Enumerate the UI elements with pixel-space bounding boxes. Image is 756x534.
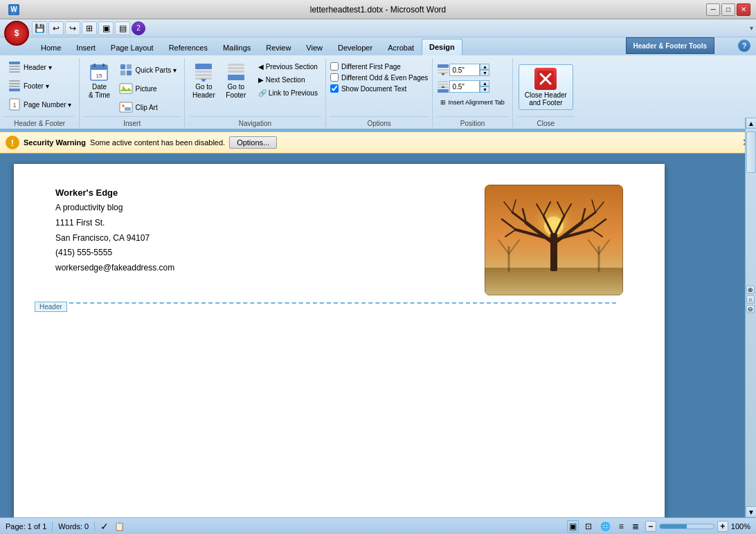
page-number-button[interactable]: 1 Page Number ▾: [4, 95, 75, 113]
svg-rect-18: [127, 71, 132, 75]
page-number-icon: 1: [8, 98, 21, 111]
proofing-icon[interactable]: ✓: [100, 521, 109, 532]
undo-quick-btn[interactable]: ↩: [48, 21, 64, 35]
picture-button[interactable]: Picture: [116, 80, 179, 98]
ribbon-group-insert: 15 Date& Time: [80, 58, 184, 127]
svg-rect-1: [9, 66, 20, 67]
header-pos-down[interactable]: ▼: [480, 70, 489, 76]
office-button[interactable]: $: [4, 21, 29, 46]
close-header-footer-button[interactable]: Close Headerand Footer: [519, 64, 573, 110]
tree-image-svg: [485, 185, 623, 295]
svg-rect-35: [438, 72, 449, 73]
doc-view-draft[interactable]: ≣: [630, 520, 641, 533]
tab-developer[interactable]: Developer: [330, 40, 380, 55]
quick-parts-button[interactable]: Quick Parts ▾: [116, 61, 179, 79]
company-city: San Francisco, CA 94107: [55, 231, 174, 246]
go-to-header-button[interactable]: Go toHeader: [189, 58, 219, 102]
scroll-icon3[interactable]: ⊖: [746, 305, 755, 313]
tab-view[interactable]: View: [298, 40, 330, 55]
doc-view-print[interactable]: ▣: [567, 520, 579, 533]
tab-review[interactable]: Review: [258, 40, 298, 55]
tab-home[interactable]: Home: [33, 40, 69, 55]
company-phone: (415) 555-5555: [55, 246, 174, 261]
go-to-footer-icon: [225, 61, 247, 83]
zoom-slider[interactable]: [659, 524, 714, 529]
svg-rect-6: [9, 86, 20, 87]
ribbon-group-header-footer: Header ▾ Footer ▾: [0, 58, 80, 127]
scroll-icon1[interactable]: ⊕: [746, 286, 755, 294]
next-section-button[interactable]: ▶ Next Section: [255, 74, 321, 86]
svg-rect-37: [438, 81, 449, 82]
redo-quick-btn[interactable]: ↪: [65, 21, 80, 35]
scrollbar-thumb[interactable]: [746, 154, 756, 173]
link-icon: 🔗: [258, 89, 267, 97]
footer-icon: [8, 79, 21, 93]
tab-insert[interactable]: Insert: [69, 40, 103, 55]
tab-design[interactable]: Design: [422, 39, 462, 55]
svg-rect-16: [127, 64, 132, 69]
footer-pos-down[interactable]: ▼: [480, 86, 489, 93]
clip-art-button[interactable]: Clip Art: [116, 98, 179, 116]
date-time-button[interactable]: 15 Date& Time: [84, 58, 114, 102]
svg-rect-7: [9, 89, 20, 91]
qa-btn6[interactable]: ▤: [115, 21, 130, 35]
tab-mailings[interactable]: Mailings: [215, 40, 258, 55]
zoom-controls: − + 100%: [645, 521, 750, 532]
security-options-button[interactable]: Options...: [229, 136, 277, 149]
svg-rect-5: [9, 83, 20, 84]
different-first-page-checkbox[interactable]: [330, 62, 339, 71]
page-status: Page: 1 of 1: [6, 522, 46, 531]
scroll-down-button[interactable]: ▼: [746, 506, 756, 517]
ribbon-group-options: Different First Page Different Odd & Eve…: [326, 58, 433, 127]
minimize-button[interactable]: ─: [706, 3, 720, 16]
show-document-text-checkbox[interactable]: [330, 84, 339, 93]
tab-page-layout[interactable]: Page Layout: [103, 40, 161, 55]
company-tagline: A productivity blog: [55, 201, 174, 216]
zoom-out-button[interactable]: −: [645, 521, 656, 532]
track-changes-icon[interactable]: 📋: [114, 522, 125, 531]
save-quick-btn[interactable]: 💾: [32, 21, 47, 35]
header-label-tag: Header: [35, 302, 67, 312]
different-odd-even-checkbox[interactable]: [330, 73, 339, 82]
restore-button[interactable]: □: [721, 3, 735, 16]
svg-rect-13: [102, 64, 105, 67]
link-to-previous-button[interactable]: 🔗 Link to Previous: [255, 87, 321, 99]
footer-button[interactable]: Footer ▾: [4, 77, 75, 95]
header-divider-area: Header: [35, 302, 644, 304]
show-document-text-option[interactable]: Show Document Text: [330, 84, 406, 93]
different-odd-even-label: Different Odd & Even Pages: [341, 74, 428, 82]
qa-btn7[interactable]: 2: [132, 21, 145, 35]
svg-rect-0: [9, 62, 20, 64]
qa-btn5[interactable]: ▣: [98, 21, 114, 35]
scroll-icon2[interactable]: ○: [746, 295, 755, 304]
svg-rect-25: [195, 71, 212, 73]
doc-view-outline[interactable]: ≡: [617, 520, 626, 533]
go-to-footer-button[interactable]: Go toFooter: [222, 58, 251, 102]
tab-references[interactable]: References: [161, 40, 215, 55]
header-position-input[interactable]: [449, 64, 480, 76]
doc-view-full[interactable]: ⊡: [583, 520, 594, 533]
tab-acrobat[interactable]: Acrobat: [380, 40, 422, 55]
svg-rect-19: [120, 84, 132, 93]
close-button[interactable]: ✕: [737, 3, 750, 16]
close-header-footer-icon: [534, 68, 557, 90]
different-first-page-option[interactable]: Different First Page: [330, 62, 401, 71]
doc-view-web[interactable]: 🌐: [598, 520, 613, 533]
previous-section-button[interactable]: ◀ Previous Section: [255, 61, 321, 73]
zoom-in-button[interactable]: +: [717, 521, 728, 532]
qa-btn4[interactable]: ⊞: [82, 21, 97, 35]
svg-rect-12: [93, 64, 96, 67]
footer-pos-up[interactable]: ▲: [480, 80, 489, 86]
quick-access-toolbar: 💾 ↩ ↪ ⊞ ▣ ▤ 2 ▾: [0, 19, 756, 37]
go-to-header-icon: [192, 61, 215, 83]
footer-position-input[interactable]: [449, 80, 480, 93]
header-button[interactable]: Header ▾: [4, 58, 75, 76]
different-odd-even-option[interactable]: Different Odd & Even Pages: [330, 73, 428, 82]
clip-art-icon: [119, 100, 133, 114]
help-button[interactable]: ?: [738, 39, 750, 52]
go-to-footer-label: Go toFooter: [226, 83, 246, 100]
insert-alignment-tab-button[interactable]: ⊞ Insert Alignment Tab: [437, 97, 507, 108]
svg-rect-3: [9, 71, 20, 73]
header-pos-up[interactable]: ▲: [480, 64, 489, 70]
svg-rect-24: [195, 64, 212, 69]
